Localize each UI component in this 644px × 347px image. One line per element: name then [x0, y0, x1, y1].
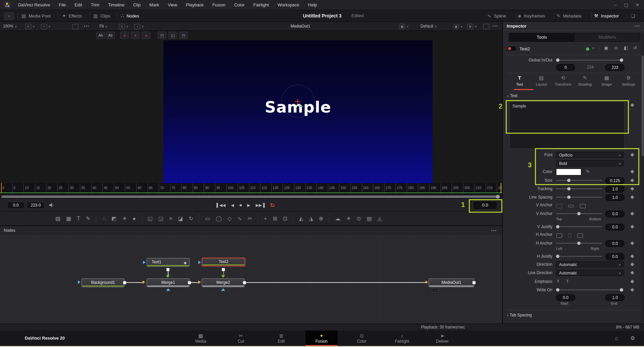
node-enable-toggle[interactable]	[507, 46, 516, 51]
text1-input-arrow[interactable]	[143, 261, 146, 264]
global-out-field[interactable]: 223	[605, 64, 625, 71]
lock-icon[interactable]: ◧	[624, 45, 628, 50]
tab-transform[interactable]: ⟲Transform	[553, 75, 573, 86]
page-fairlight[interactable]: ♪Fairlight	[386, 331, 418, 346]
text-format-button[interactable]: ◰	[158, 32, 166, 39]
viewer-grid-select[interactable]: ⊞∨	[467, 22, 477, 31]
node-mediaout1[interactable]: MediaOut1	[429, 278, 474, 287]
rectangle-mask-icon[interactable]: ▭	[205, 215, 210, 222]
panel-toggle-button[interactable]: ❏	[631, 10, 635, 21]
resize-tool-icon[interactable]: ◲	[158, 215, 163, 222]
loop-tool-icon[interactable]: ↻	[189, 215, 193, 222]
renderer3d-icon[interactable]: ⊙	[357, 215, 361, 222]
merge3d-icon[interactable]: ⊕	[319, 215, 323, 222]
range-in-field[interactable]: 0.0	[7, 202, 24, 209]
viewer2-a-buffer-select[interactable]: A∨	[119, 22, 129, 31]
v-anchor-slider[interactable]	[556, 211, 602, 217]
menu-item[interactable]: Fusion	[208, 0, 230, 10]
write-on-start-field[interactable]: 0.0	[556, 294, 575, 301]
viewer-zoom-select[interactable]: 100%∨	[3, 22, 17, 31]
page-edit[interactable]: ≣Edit	[265, 331, 297, 346]
playhead[interactable]	[1, 183, 2, 193]
viewer-canvas[interactable]: Sample	[163, 40, 433, 183]
node-merge1[interactable]: Merge1	[147, 278, 190, 287]
v-anchor-field[interactable]: 0.0	[605, 211, 625, 217]
line-spacing-slider[interactable]	[556, 194, 602, 200]
page-cut[interactable]: ✂Cut	[225, 331, 257, 346]
strikethrough-button[interactable]: Ŧ	[557, 279, 559, 284]
background1-input-arrow[interactable]	[78, 280, 81, 284]
gridwarp-tool-icon[interactable]: ⊞	[273, 215, 277, 222]
timeline-ruler[interactable]: 0510152025303540455055606570758085909510…	[0, 183, 502, 193]
tracker-tool-icon[interactable]: +	[264, 216, 267, 222]
node-background1[interactable]: Background1	[82, 278, 125, 287]
menu-item[interactable]: Timeline	[104, 0, 129, 10]
play-button[interactable]: ▶	[247, 203, 250, 208]
viewer-display-mode-select[interactable]: ▦∨	[399, 22, 409, 31]
text-format-button[interactable]: ◱	[168, 32, 177, 39]
tab-shading[interactable]: ✎Shading	[575, 75, 595, 86]
stop-button[interactable]: ■	[239, 203, 242, 208]
global-inout-slider[interactable]	[556, 57, 623, 63]
particles-tool-icon[interactable]: ∴	[102, 215, 105, 222]
text-keyframe-diamond[interactable]	[630, 103, 634, 107]
text-format-button[interactable]: a	[120, 32, 129, 39]
nodes-options-button[interactable]: •••	[491, 226, 497, 235]
node-color-chevron-icon[interactable]: ∨	[592, 46, 594, 50]
write-on-slider[interactable]	[556, 287, 623, 293]
v-justify-field[interactable]: 0.0	[605, 224, 625, 230]
h-anchor-keyframe-diamond[interactable]	[630, 241, 634, 245]
polygon-mask-icon[interactable]: ◇	[228, 215, 232, 222]
ribbon3d-icon[interactable]: ◬	[378, 215, 382, 222]
inspector-options-button[interactable]: •••	[635, 22, 640, 31]
h-justify-keyframe-diamond[interactable]	[630, 254, 634, 258]
line-spacing-keyframe-diamond[interactable]	[630, 195, 634, 199]
layer-tool-icon[interactable]: ≡	[169, 216, 172, 222]
menu-item[interactable]: Mark	[145, 0, 163, 10]
mediaout1-input[interactable]	[426, 280, 428, 284]
underline-button[interactable]: T	[566, 279, 569, 284]
spotlight3d-icon[interactable]: ☀	[346, 215, 351, 222]
menu-item[interactable]: Help	[304, 0, 321, 10]
viewer-fit-select[interactable]: Fit∨	[99, 22, 107, 31]
window-minimize-button[interactable]: –	[614, 2, 617, 7]
scrollbar-knob[interactable]	[496, 195, 500, 199]
write-on-keyframe-diamond[interactable]	[630, 288, 634, 292]
tab-image[interactable]: ▦Image	[597, 75, 617, 86]
reset-icon[interactable]: ↺	[633, 45, 637, 50]
merge1-mask-input[interactable]	[166, 288, 170, 291]
v-anchor-keyframe-diamond[interactable]	[630, 212, 634, 215]
window-close-button[interactable]: ✕	[636, 2, 639, 7]
text-format-button[interactable]: Ab	[96, 32, 105, 39]
tab-settings[interactable]: ⚙Settings	[618, 75, 639, 86]
merge2-foreground-input[interactable]	[221, 275, 225, 278]
tracking-field[interactable]: 1.0	[605, 186, 625, 192]
v-justify-slider[interactable]	[556, 224, 602, 230]
merge2-mask-input[interactable]	[221, 288, 225, 291]
text-format-button[interactable]: a	[142, 32, 150, 39]
tracking-keyframe-diamond[interactable]	[630, 187, 634, 190]
node-merge2[interactable]: Merge2	[202, 278, 245, 287]
metadata-button[interactable]: ✎Metadata	[556, 10, 581, 21]
background1-output[interactable]	[123, 281, 126, 284]
merge1-background-input[interactable]	[143, 280, 145, 284]
stabilize-tool-icon[interactable]: ⊡	[283, 215, 287, 222]
timeline-scrollbar[interactable]	[0, 194, 502, 199]
clips-button[interactable]: ▥Clips	[93, 10, 110, 21]
h-anchor-slider[interactable]	[556, 240, 602, 246]
page-color[interactable]: ⊙Color	[346, 331, 378, 346]
blur-tool-icon[interactable]: ●	[133, 216, 136, 222]
audio-mute-icon[interactable]	[49, 203, 55, 208]
text-format-button[interactable]: Ab	[106, 32, 115, 39]
merge2-output[interactable]	[243, 281, 246, 284]
text-section-header[interactable]: ∨ Text	[507, 93, 517, 98]
settings-gear-icon[interactable]: ⚙	[630, 331, 635, 346]
text1-output[interactable]	[166, 268, 169, 271]
line-direction-keyframe-diamond[interactable]	[630, 271, 634, 274]
viewer-right-options-button[interactable]: •••	[493, 22, 498, 31]
window-maximize-button[interactable]: ▢	[624, 2, 628, 7]
tab-modifiers[interactable]: Modifiers	[575, 33, 640, 41]
fastnoise-tool-icon[interactable]: ▦	[66, 215, 71, 222]
text-tool-icon[interactable]: T	[77, 216, 80, 222]
inspector-scrollbar[interactable]	[642, 34, 644, 322]
